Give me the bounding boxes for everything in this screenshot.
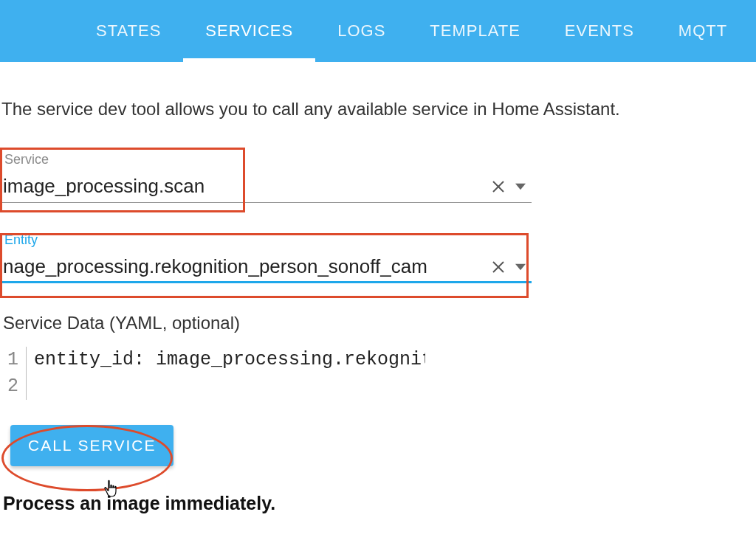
entity-label: Entity <box>0 232 756 248</box>
service-description: Process an image immediately. <box>0 493 756 514</box>
tab-states[interactable]: STATES <box>74 0 183 62</box>
tab-events[interactable]: EVENTS <box>543 0 656 62</box>
clear-icon[interactable] <box>487 256 509 278</box>
service-data-label: Service Data (YAML, optional) <box>0 313 756 333</box>
service-input[interactable] <box>3 175 487 198</box>
tab-template[interactable]: TEMPLATE <box>408 0 543 62</box>
entity-input[interactable] <box>3 255 487 278</box>
dev-tools-tabbar: STATES SERVICES LOGS TEMPLATE EVENTS MQT… <box>0 0 756 62</box>
call-service-button[interactable]: CALL SERVICE <box>10 425 173 466</box>
tab-info[interactable]: INFO <box>749 0 756 62</box>
chevron-down-icon[interactable] <box>509 256 532 278</box>
code-lines[interactable]: entity_id: image_processing.rekognition_… <box>27 347 425 400</box>
service-field: Service <box>0 152 756 203</box>
line-number-gutter: 12 <box>7 347 27 400</box>
tab-services[interactable]: SERVICES <box>183 0 315 62</box>
tab-logs[interactable]: LOGS <box>315 0 408 62</box>
clear-icon[interactable] <box>487 176 509 198</box>
chevron-down-icon[interactable] <box>509 176 532 198</box>
intro-text: The service dev tool allows you to call … <box>0 99 756 120</box>
entity-field: Entity <box>0 232 756 283</box>
tab-mqtt[interactable]: MQTT <box>656 0 749 62</box>
service-data-editor[interactable]: 12 entity_id: image_processing.rekogniti… <box>0 347 756 400</box>
service-label: Service <box>0 152 756 167</box>
